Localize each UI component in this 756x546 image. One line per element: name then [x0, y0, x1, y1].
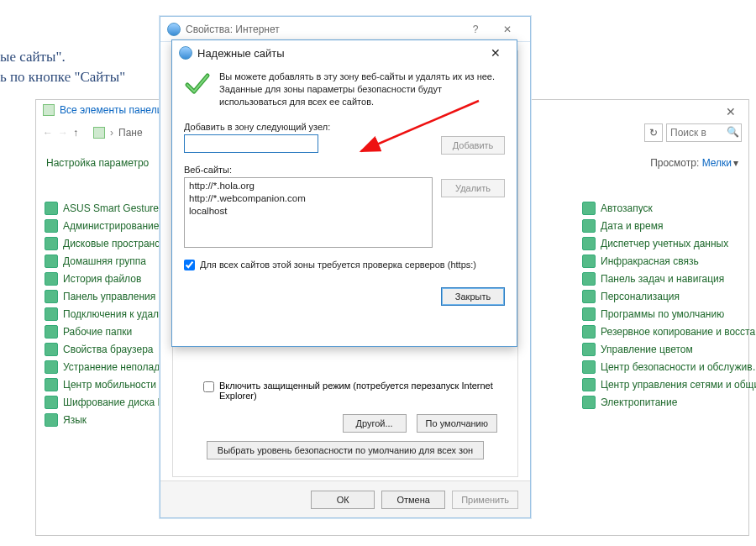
cp-item-label: Язык [63, 414, 87, 426]
chevron-down-icon[interactable]: ▾ [733, 157, 738, 169]
sites-list-label: Веб-сайты: [184, 165, 433, 175]
close-icon[interactable]: ✕ [718, 105, 743, 123]
cp-item-label: Автозапуск [601, 202, 653, 214]
close-button[interactable]: Закрыть [441, 287, 505, 306]
cp-item[interactable]: Персонализация [582, 289, 756, 304]
dialog-title: Свойства: Интернет [186, 24, 280, 35]
default-level-button[interactable]: По умолчанию [417, 414, 497, 433]
reset-all-zones-button[interactable]: Выбрать уровень безопасности по умолчани… [207, 441, 484, 459]
cp-column-right: АвтозапускДата и времяДиспетчер учетных … [582, 201, 756, 412]
cp-item-label: Устранение неполадок [63, 361, 170, 373]
cp-item[interactable]: Диспетчер учетных данных [582, 236, 756, 251]
close-icon[interactable]: ✕ [480, 43, 512, 63]
cp-item-label: Панель управления NVI [63, 291, 176, 302]
cp-item[interactable]: Инфракрасная связь [582, 254, 756, 269]
trusted-sites-dialog: Надежные сайты ✕ Вы можете добавлять в э… [171, 39, 517, 347]
cp-item-icon [582, 202, 596, 215]
cp-item-icon [45, 396, 58, 409]
refresh-icon[interactable]: ↻ [644, 123, 663, 142]
nav-up-icon[interactable]: ↑ [73, 127, 78, 139]
cp-item-icon [45, 290, 58, 303]
cp-item-icon [582, 343, 596, 356]
close-row: Закрыть [184, 287, 505, 306]
chevron-right-icon: › [110, 127, 113, 139]
protected-mode-label: Включить защищенный режим (потребуется п… [219, 381, 506, 401]
cp-item-label: Диспетчер учетных данных [601, 238, 728, 249]
dialog-title: Надежные сайты [197, 47, 285, 60]
require-https-label: Для всех сайтов этой зоны требуется пров… [200, 260, 476, 270]
cp-item-icon [45, 255, 58, 268]
add-button: Добавить [441, 136, 505, 155]
cp-item-label: Программы по умолчанию [601, 308, 724, 320]
cp-item-label: История файлов [63, 273, 141, 285]
site-list-item[interactable]: localhost [189, 206, 428, 218]
cp-item-label: Свойства браузера [63, 344, 154, 355]
cp-item-icon [45, 202, 58, 215]
apply-button: Применить [452, 491, 518, 509]
sites-row: Веб-сайты: http://*.hola.orghttp://*.web… [184, 165, 505, 248]
cp-item-label: Электропитание [601, 396, 677, 408]
site-list-item[interactable]: http://*.webcompanion.com [189, 193, 428, 206]
cp-item[interactable]: Электропитание [582, 395, 756, 410]
cp-item-label: Персонализация [601, 291, 680, 302]
page-title: Настройка параметро [46, 157, 149, 169]
remove-button: Удалить [441, 179, 505, 197]
cp-item[interactable]: Резервное копирование и восстан. [582, 324, 756, 339]
globe-icon [167, 23, 181, 36]
cp-item[interactable]: Центр безопасности и обслужив… [582, 360, 756, 375]
level-buttons-row: Другой... По умолчанию [173, 414, 497, 433]
cp-item-label: Подключения к удаленн [63, 308, 176, 320]
cp-item-icon [582, 272, 596, 286]
cp-item-icon [45, 343, 58, 356]
cp-item-icon [582, 396, 596, 409]
cp-item[interactable]: Дата и время [582, 218, 756, 234]
cp-item-icon [582, 219, 596, 233]
cp-item-label: Управление цветом [601, 344, 693, 355]
custom-level-button[interactable]: Другой... [343, 414, 407, 433]
globe-check-icon [179, 46, 192, 60]
add-site-input[interactable] [184, 134, 318, 153]
add-site-label: Добавить в зону следующий узел: [184, 122, 433, 132]
cp-item-icon [582, 290, 596, 303]
article-text-2: ь по кнопке "Сайты" [0, 69, 125, 86]
cp-item[interactable]: Панель задач и навигация [582, 271, 756, 286]
view-label: Просмотр: [650, 157, 699, 169]
require-https-checkbox[interactable] [184, 260, 195, 270]
checkmark-icon [184, 71, 211, 97]
cp-item-label: Дисковые пространства [63, 238, 176, 249]
cp-item-icon [45, 237, 58, 250]
intro-text: Вы можете добавлять в эту зону веб-сайты… [219, 71, 505, 108]
cp-item[interactable]: Управление цветом [582, 342, 756, 357]
cp-item-icon [45, 272, 58, 286]
ok-button[interactable]: ОК [311, 491, 375, 509]
nav-back-icon[interactable]: ← [43, 127, 53, 139]
search-area: ↻ 🔍 [644, 123, 742, 142]
site-list-item[interactable]: http://*.hola.org [189, 181, 428, 193]
cp-item[interactable]: Программы по умолчанию [582, 307, 756, 322]
help-icon[interactable]: ? [459, 18, 491, 41]
cp-item-label: Центр управления сетями и общи… [601, 379, 756, 391]
cp-item-label: Инфракрасная связь [601, 255, 699, 267]
cp-item-label: Дата и время [601, 220, 663, 232]
cp-item-icon [45, 325, 58, 339]
reset-row: Выбрать уровень безопасности по умолчани… [173, 441, 517, 459]
cp-item-icon [45, 378, 58, 391]
cancel-button[interactable]: Отмена [381, 491, 445, 509]
cp-item-icon [582, 307, 596, 321]
require-https-row: Для всех сайтов этой зоны требуется пров… [184, 260, 505, 270]
cp-item-icon [45, 307, 58, 321]
sites-listbox[interactable]: http://*.hola.orghttp://*.webcompanion.c… [184, 177, 433, 248]
cp-item[interactable]: Центр управления сетями и общи… [582, 377, 756, 392]
cp-item[interactable]: Автозапуск [582, 201, 756, 216]
stage: ые сайты". ь по кнопке "Сайты" Все элеме… [0, 0, 756, 546]
protected-mode-checkbox[interactable] [203, 381, 214, 392]
cp-item-label: Рабочие папки [63, 326, 132, 338]
cp-item-label: Центр безопасности и обслужив… [601, 361, 756, 373]
view-mode-link[interactable]: Мелки [702, 157, 732, 169]
cp-item-icon [582, 325, 596, 339]
breadcrumb-item[interactable]: Пане [118, 127, 143, 139]
cp-item-label: Панель задач и навигация [601, 273, 724, 285]
cp-item-icon [45, 219, 58, 233]
cp-item-label: ASUS Smart Gesture [63, 202, 159, 214]
close-icon[interactable]: ✕ [491, 18, 523, 41]
